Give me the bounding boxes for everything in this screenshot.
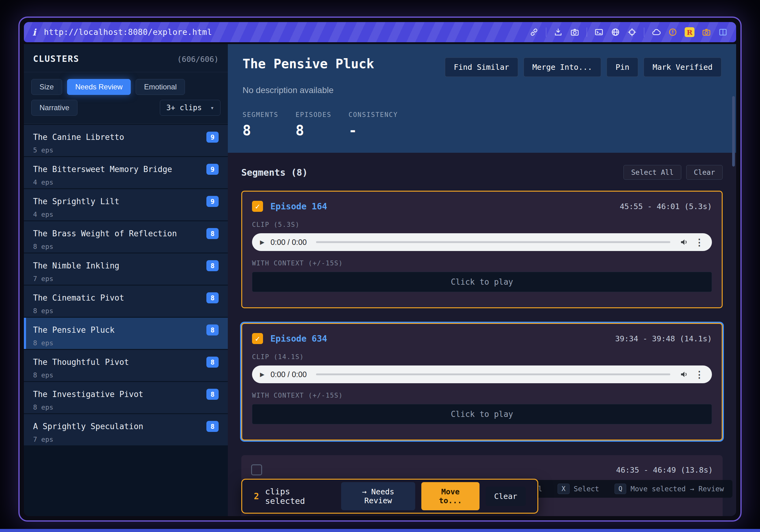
- segment-checkbox-checked[interactable]: ✓: [252, 333, 263, 344]
- stat-value: 8: [296, 122, 331, 139]
- sidebar-filters: Size Needs Review Emotional Narrative 3+…: [24, 72, 228, 124]
- cluster-name: The Bittersweet Memory Bridge: [33, 165, 172, 174]
- segment-checkbox-checked[interactable]: ✓: [252, 201, 263, 212]
- segments-heading: Segments (8): [241, 167, 308, 178]
- cluster-name: A Sprightly Speculation: [33, 422, 143, 431]
- segment-time-range: 45:55 - 46:01 (5.3s): [620, 202, 712, 211]
- download-icon[interactable]: [554, 27, 563, 37]
- context-label: WITH CONTEXT (+/-15S): [252, 260, 712, 267]
- link-icon[interactable]: [529, 27, 539, 37]
- cluster-stats: SEGMENTS 8 EPISODES 8 CONSISTENCY -: [243, 111, 721, 139]
- cluster-eps: 5 eps: [33, 146, 218, 154]
- window-content: i http://localhost:8080/explore.html R: [24, 22, 736, 516]
- filter-size-button[interactable]: Size: [31, 79, 62, 95]
- main-scrollbar-thumb[interactable]: [732, 96, 735, 166]
- cluster-name: The Investigative Pivot: [33, 390, 143, 399]
- shortcut-move-review: Q Move selected → Review: [615, 484, 724, 494]
- stat-label: CONSISTENCY: [349, 111, 398, 118]
- needs-review-button[interactable]: → Needs Review: [341, 482, 415, 510]
- cluster-list-item[interactable]: The Canine Libretto9 5 eps: [24, 125, 228, 156]
- toolbar-divider: [644, 27, 644, 37]
- merge-into-button[interactable]: Merge Into...: [524, 58, 601, 77]
- cluster-name: The Pensive Pluck: [33, 325, 115, 334]
- episode-link[interactable]: Episode 634: [270, 333, 327, 344]
- cluster-eps: 4 eps: [33, 211, 218, 218]
- filter-needs-review-button[interactable]: Needs Review: [67, 79, 131, 95]
- cluster-list-item[interactable]: The Bittersweet Memory Bridge9 4 eps: [24, 157, 228, 188]
- segments-area: Segments (8) Select All Clear ✓: [228, 153, 736, 516]
- cluster-list-item[interactable]: The Sprightly Lilt9 4 eps: [24, 189, 228, 220]
- audio-player[interactable]: ▶ 0:00 / 0:00 ⋮: [252, 366, 712, 383]
- cluster-list-item[interactable]: The Cinematic Pivot8 8 eps: [24, 286, 228, 317]
- taskbar-strip: [0, 529, 760, 532]
- cluster-eps: 8 eps: [33, 371, 218, 379]
- r-extension-icon[interactable]: R: [685, 27, 694, 37]
- play-icon[interactable]: ▶: [260, 370, 264, 378]
- camera-icon[interactable]: [570, 27, 579, 37]
- player-menu-icon[interactable]: ⋮: [695, 237, 704, 247]
- cluster-list: The Canine Libretto9 5 eps The Bitterswe…: [24, 124, 228, 516]
- volume-icon[interactable]: [680, 370, 689, 379]
- keycap-x: X: [558, 484, 570, 494]
- browser-toolbar: i http://localhost:8080/explore.html R: [24, 22, 736, 42]
- browser-window: i http://localhost:8080/explore.html R: [19, 17, 741, 522]
- url-address[interactable]: http://localhost:8080/explore.html: [44, 27, 212, 37]
- cloud-icon[interactable]: [652, 27, 661, 37]
- clear-selection-button[interactable]: Clear: [686, 165, 723, 180]
- cluster-eps: 8 eps: [33, 243, 218, 250]
- cluster-list-item[interactable]: The Investigative Pivot8 8 eps: [24, 382, 228, 413]
- select-all-button[interactable]: Select All: [623, 165, 681, 180]
- filter-emotional-button[interactable]: Emotional: [136, 79, 185, 95]
- terminal-icon[interactable]: [594, 27, 603, 37]
- cluster-name: The Brass Weight of Reflection: [33, 229, 177, 238]
- stat-episodes: EPISODES 8: [296, 111, 331, 139]
- header-actions: Find Similar Merge Into... Pin Mark Veri…: [445, 58, 721, 77]
- segment-time-range: 46:35 - 46:49 (13.8s): [616, 466, 713, 474]
- main-panel: The Pensive Pluck Find Similar Merge Int…: [228, 44, 736, 516]
- cluster-name: The Thoughtful Pivot: [33, 358, 129, 367]
- cluster-badge: 9: [206, 164, 218, 175]
- move-to-button[interactable]: Move to...: [421, 482, 479, 510]
- segment-checkbox-unchecked[interactable]: [251, 465, 262, 475]
- shortcuts-bar: Label X Select Q Move selected → Review: [513, 480, 733, 498]
- globe-icon[interactable]: [611, 27, 620, 37]
- find-similar-button[interactable]: Find Similar: [445, 58, 518, 77]
- seek-bar[interactable]: [316, 374, 670, 375]
- selected-count: 2: [254, 491, 259, 501]
- volume-icon[interactable]: [680, 238, 689, 247]
- toolbar-divider: [546, 27, 546, 37]
- cluster-eps: 8 eps: [33, 339, 218, 347]
- clear-button[interactable]: Clear: [486, 487, 526, 506]
- player-menu-icon[interactable]: ⋮: [695, 369, 704, 380]
- cluster-eps: 8 eps: [33, 403, 218, 411]
- screenshot-camera-icon[interactable]: [702, 27, 711, 37]
- cluster-list-item[interactable]: The Thoughtful Pivot8 8 eps: [24, 350, 228, 381]
- cluster-badge: 8: [206, 292, 218, 303]
- alert-circle-icon[interactable]: [668, 27, 677, 37]
- cluster-list-item[interactable]: The Nimble Inkling8 7 eps: [24, 253, 228, 285]
- context-play-button[interactable]: Click to play: [252, 404, 712, 424]
- cluster-list-item-selected[interactable]: The Pensive Pluck8 8 eps: [24, 318, 228, 349]
- pin-button[interactable]: Pin: [607, 58, 638, 77]
- play-icon[interactable]: ▶: [260, 238, 264, 246]
- cluster-list-item[interactable]: A Sprightly Speculation8 7 eps: [24, 414, 228, 445]
- cluster-badge: 8: [206, 389, 218, 400]
- page-title: The Pensive Pluck: [243, 56, 374, 71]
- mark-verified-button[interactable]: Mark Verified: [643, 58, 721, 77]
- clips-filter-value: 3+ clips: [166, 104, 202, 112]
- cluster-eps: 4 eps: [33, 178, 218, 186]
- cluster-badge: 8: [206, 357, 218, 368]
- filter-narrative-button[interactable]: Narrative: [31, 100, 77, 116]
- seek-bar[interactable]: [316, 241, 670, 243]
- clips-filter-dropdown[interactable]: 3+ clips ▾: [160, 100, 220, 116]
- stat-label: EPISODES: [296, 111, 331, 118]
- clusters-sidebar: CLUSTERS (606/606) Size Needs Review Emo…: [24, 44, 228, 516]
- crosshair-icon[interactable]: [627, 27, 637, 37]
- cluster-badge: 8: [206, 228, 218, 239]
- keycap-q: Q: [615, 484, 627, 494]
- audio-player[interactable]: ▶ 0:00 / 0:00 ⋮: [252, 233, 712, 251]
- cluster-list-item[interactable]: The Brass Weight of Reflection8 8 eps: [24, 221, 228, 252]
- context-play-button[interactable]: Click to play: [252, 272, 712, 292]
- columns-icon[interactable]: [718, 27, 728, 37]
- episode-link[interactable]: Episode 164: [270, 201, 327, 211]
